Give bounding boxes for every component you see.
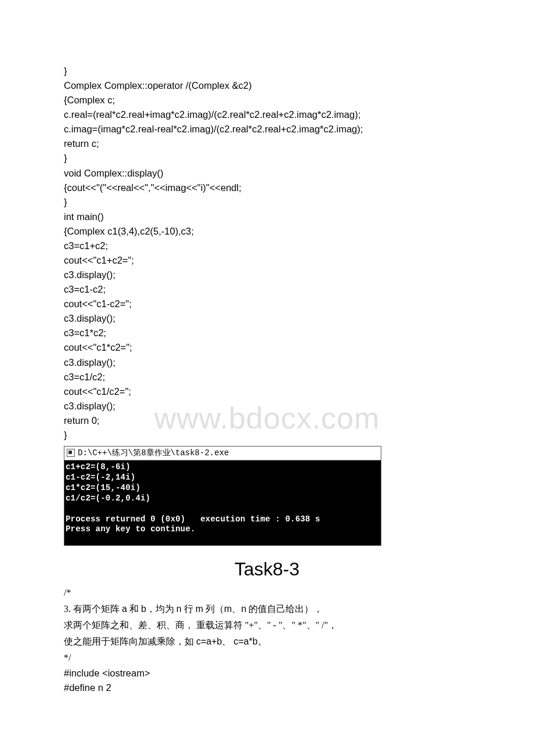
comment-open: /* (64, 585, 470, 601)
desc-line-1: 3. 有两个矩阵 a 和 b，均为 n 行 m 列（m、n 的值自己给出）， (64, 601, 470, 617)
console-titlebar: D:\C++\练习\第8章作业\task8-2.exe (64, 447, 381, 460)
app-icon (67, 449, 75, 457)
define-line: #define n 2 (64, 681, 470, 695)
t: 和 (127, 604, 141, 614)
t: 行 (182, 604, 196, 614)
t: c=a+b (196, 636, 222, 646)
desc-line-3: 使之能用于矩阵向加减乘除，如 c=a+b、 c=a*b。 (64, 633, 470, 650)
t: a (122, 604, 127, 614)
t: c=a*b (233, 636, 257, 646)
t: ，均为 (146, 604, 176, 614)
t: m (196, 604, 203, 614)
t: 使之能用于矩阵向加减乘除，如 (64, 636, 196, 646)
task-heading: Task8-3 (64, 559, 470, 580)
t: 列（ (203, 604, 224, 614)
desc-line-2: 求两个矩阵之和、差、积、商， 重载运算符 "+"、" - "、" *"、" /"… (64, 617, 470, 633)
t: 。 (258, 636, 267, 646)
t: 3. 有两个矩阵 (64, 604, 122, 614)
t: 、 (222, 636, 233, 646)
console-title-text: D:\C++\练习\第8章作业\task8-2.exe (78, 448, 229, 458)
t: m、n (224, 604, 246, 614)
t: 的值自己给出）， (246, 604, 323, 614)
task-description: /* 3. 有两个矩阵 a 和 b，均为 n 行 m 列（m、n 的值自己给出）… (64, 585, 470, 695)
include-line: #include <iostream> (64, 666, 470, 681)
t: n (176, 604, 182, 614)
t: b (141, 604, 146, 614)
console-output: c1+c2=(8,-6i) c1-c2=(-2,14i) c1*c2=(15,-… (64, 460, 381, 545)
comment-close: */ (64, 650, 470, 666)
source-code-block: } Complex Complex::operator /(Complex &c… (64, 64, 470, 442)
console-window: D:\C++\练习\第8章作业\task8-2.exe c1+c2=(8,-6i… (64, 446, 381, 546)
